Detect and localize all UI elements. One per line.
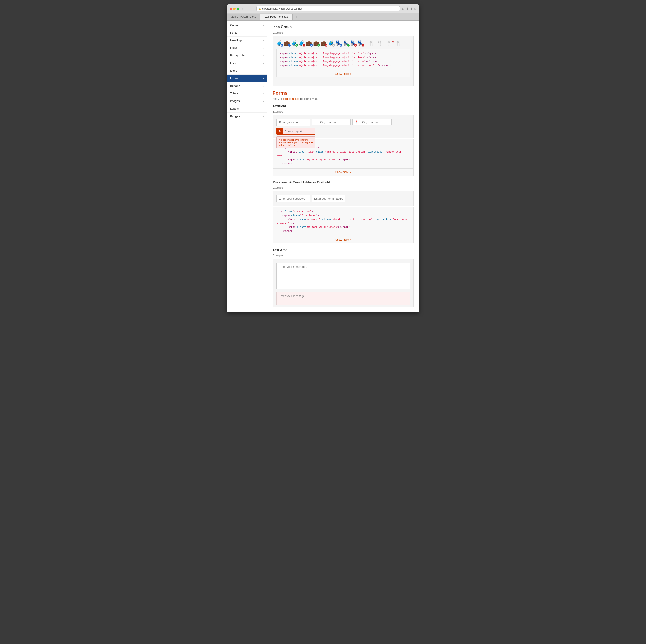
baggage-cross-icon: 🧳✕ (299, 40, 305, 46)
sidebar-item-tables[interactable]: Tables › (227, 90, 267, 97)
password-input[interactable] (276, 195, 310, 202)
baggage-plus2-icon: 💼+ (306, 40, 312, 46)
message-textarea-error[interactable] (276, 292, 410, 305)
sidebar-item-fonts[interactable]: Fonts › (227, 29, 267, 36)
textfield-show-more[interactable]: Show more » (273, 169, 414, 176)
forward-button[interactable]: › (245, 6, 248, 11)
sidebar-item-paragraphs[interactable]: Paragraphs › (227, 52, 267, 60)
sidebar: Colours › Fonts › Headings › Links › Par… (227, 20, 267, 312)
url-bar[interactable]: 🔒 uipatternlibrary.azurewebsites.net (256, 6, 400, 11)
layout-button[interactable]: ⊞ (249, 6, 255, 11)
icon-group-section: Icon Group Example 🧳+ 💼 🧳✓ (273, 25, 414, 86)
plus-badge: + (281, 44, 283, 47)
chevron-right-icon: › (263, 24, 264, 26)
plane-icon: ✈ (312, 119, 318, 125)
pw-code-line-2: <span class="form-input"> (276, 214, 410, 218)
sidebar-item-forms[interactable]: Forms › (227, 75, 267, 82)
pw-code-line-5: </span> (276, 229, 410, 234)
code-line-1: <span class="wj-icon wj-ancillary-baggag… (280, 52, 406, 56)
seat-cross2-icon: 💺✕ (357, 40, 363, 46)
plane-error-icon: ✈ (277, 128, 283, 134)
minimize-button[interactable] (233, 8, 236, 10)
check-badge: ✓ (295, 44, 298, 47)
city-airport-input-3-error: ✈ (276, 128, 315, 134)
textfield-show-more-link[interactable]: Show more » (335, 171, 351, 174)
maximize-button[interactable] (237, 8, 239, 10)
seat-cross-icon: 💺✕ (350, 40, 356, 46)
baggage-check2-icon: 💼✓ (313, 40, 319, 46)
sidebar-item-buttons[interactable]: Buttons › (227, 82, 267, 90)
close-button[interactable] (230, 8, 232, 10)
icon-group-show-more[interactable]: Show more » (276, 70, 410, 78)
chevron-right-icon: › (263, 115, 264, 118)
baggage-briefcase-icon: 💼 (284, 40, 290, 46)
tabs-button[interactable]: ⧉ (414, 7, 416, 11)
sidebar-item-images[interactable]: Images › (227, 97, 267, 105)
password-email-example-box (273, 191, 414, 206)
sidebar-item-colours[interactable]: Colours › (227, 21, 267, 29)
navigation-controls: ‹ › (241, 6, 247, 11)
sidebar-item-links[interactable]: Links › (227, 44, 267, 52)
pw-code-line-3: <input type="password" class="standard c… (276, 217, 410, 225)
baggage-cross2-icon: 💼✕ (321, 40, 327, 46)
textfield-example-label: Example (273, 110, 414, 113)
see-zuji-text: See Zuji form template for form layout. (273, 97, 414, 100)
icon-group-example-box: 🧳+ 💼 🧳✓ 🧳✕ 💼+ (273, 36, 414, 86)
dining-gray-icon: 🍴 (395, 40, 401, 46)
city-airport-field-2[interactable] (360, 119, 391, 125)
sidebar-item-lists[interactable]: Lists › (227, 60, 267, 67)
sidebar-item-headings[interactable]: Headings › (227, 36, 267, 44)
password-email-title: Password & Email Address Textfield (273, 180, 414, 184)
icon-group-title: Icon Group (273, 25, 414, 29)
browser-action-buttons: ⬇ ⬆ ⧉ (406, 7, 416, 11)
name-input[interactable] (276, 119, 310, 126)
chevron-right-icon: › (263, 31, 264, 34)
password-email-show-more-link[interactable]: Show more » (335, 238, 351, 242)
tab-page-template[interactable]: Zuji Page Template (260, 14, 293, 20)
window-controls (230, 8, 239, 10)
textarea-example-label: Example (273, 254, 414, 257)
cross-badge: ✕ (361, 44, 364, 47)
seat-check-icon: 💺✓ (343, 40, 349, 46)
form-template-link[interactable]: form template (283, 97, 299, 100)
dining-plus-icon: 🍴+ (368, 40, 375, 46)
textfield-example-box: ✈ 📍 ✈ No de (273, 115, 414, 139)
message-textarea[interactable] (276, 263, 410, 289)
baggage-plus-icon: 🧳+ (276, 40, 282, 46)
chevron-right-icon: › (263, 100, 264, 102)
tab-pattern-library[interactable]: Zuji UI Pattern Libr... (227, 14, 260, 20)
plus-badge (288, 44, 291, 47)
city-airport-field-1[interactable] (318, 119, 350, 125)
refresh-button[interactable]: ↻ (402, 7, 404, 10)
sidebar-item-badges[interactable]: Badges › (227, 112, 267, 120)
sidebar-item-labels[interactable]: Labels › (227, 105, 267, 112)
email-input[interactable] (312, 195, 345, 202)
location-icon: 📍 (353, 119, 360, 125)
code-line-2: <span class="wj-icon wj-ancillary-baggag… (280, 56, 406, 60)
city-airport-input-1: ✈ (312, 119, 351, 125)
sidebar-item-icons[interactable]: Icons › (227, 67, 267, 75)
pw-code-line-1: <div class="alt-content"> (276, 210, 410, 214)
code-line-4: <span class="wj-icon wj-alt-cross"></spa… (276, 158, 410, 162)
check-badge: ✓ (317, 44, 320, 47)
forms-heading: Forms (273, 90, 414, 96)
add-tab-button[interactable]: + (293, 13, 300, 20)
browser-tabs: Zuji UI Pattern Libr... Zuji Page Templa… (227, 13, 419, 20)
password-email-code: <div class="alt-content"> <span class="f… (273, 207, 414, 236)
back-button[interactable]: ‹ (241, 6, 244, 11)
error-tooltip: No destinations were found. Please check… (276, 136, 315, 149)
download-button[interactable]: ⬇ (406, 7, 409, 11)
code-line-4: <span class="wj-icon wj-ancillary-baggag… (280, 64, 406, 68)
lock-icon: 🔒 (258, 8, 261, 10)
city-airport-field-3[interactable] (283, 128, 315, 134)
cross-badge: ✕ (303, 44, 305, 47)
share-button[interactable]: ⬆ (410, 7, 413, 11)
icon-group-code: <span class="wj-icon wj-ancillary-baggag… (276, 49, 410, 70)
password-email-show-more[interactable]: Show more » (273, 236, 414, 244)
textarea-example-box (273, 259, 414, 307)
plus-badge: + (339, 44, 342, 47)
show-more-link[interactable]: Show more » (335, 72, 351, 76)
code-line-3: <input type="text" class="standard clear… (276, 150, 410, 158)
city-airport-error-wrapper: ✈ No destinations were found. Please che… (276, 128, 315, 134)
city-airport-input-2: 📍 (352, 119, 392, 125)
